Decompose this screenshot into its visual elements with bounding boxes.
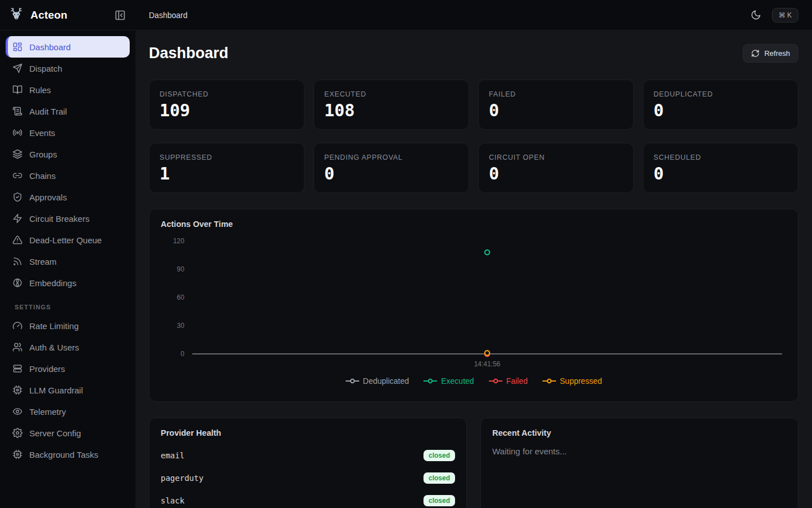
legend-marker-icon: [423, 378, 437, 384]
provider-row-slack: slack closed: [161, 489, 455, 508]
app-name: Acteon: [30, 9, 107, 21]
stat-label: EXECUTED: [324, 90, 458, 98]
sidebar-item-label: Approvals: [29, 192, 67, 202]
svg-text:0: 0: [180, 350, 184, 358]
stag-logo-icon: [8, 7, 25, 24]
provider-name: pagerduty: [161, 474, 204, 483]
sidebar-item-rules[interactable]: Rules: [6, 79, 130, 100]
svg-text:60: 60: [177, 294, 185, 301]
sidebar-item-dead-letter-queue[interactable]: Dead-Letter Queue: [6, 229, 130, 251]
shield-check-icon: [12, 192, 23, 202]
sidebar-item-label: Background Tasks: [29, 450, 98, 459]
stat-card-executed: EXECUTED 108: [314, 80, 469, 130]
sidebar-collapse-button[interactable]: [113, 8, 127, 23]
sidebar-item-dispatch[interactable]: Dispatch: [6, 58, 130, 79]
sidebar-item-background-tasks[interactable]: Background Tasks: [6, 444, 130, 465]
stat-card-suppressed: SUPPRESSED 1: [149, 143, 304, 193]
provider-rows: email closed pagerduty closed slack clos…: [161, 444, 455, 508]
provider-health-card: Provider Health email closed pagerduty c…: [149, 418, 467, 508]
recent-activity-title: Recent Activity: [492, 428, 787, 437]
svg-text:90: 90: [177, 265, 185, 273]
sidebar-item-label: Server Config: [29, 428, 81, 438]
sidebar-item-label: Events: [29, 128, 55, 138]
sidebar-item-label: Stream: [29, 257, 56, 266]
stat-label: CIRCUIT OPEN: [489, 154, 623, 161]
breadcrumb: Dashboard: [149, 11, 748, 20]
provider-name: email: [161, 451, 184, 460]
legend-label: Failed: [506, 376, 528, 386]
stat-card-scheduled: SCHEDULED 0: [643, 143, 798, 193]
gear-icon: [12, 428, 23, 438]
send-icon: [12, 63, 23, 73]
stat-label: PENDING APPROVAL: [324, 154, 458, 161]
sidebar-item-label: Providers: [29, 364, 65, 374]
settings-section-label: SETTINGS: [6, 304, 130, 310]
stat-value: 0: [489, 165, 623, 182]
refresh-button[interactable]: Refresh: [743, 44, 798, 63]
status-badge: closed: [423, 495, 455, 506]
eye-icon: [12, 406, 23, 417]
legend-marker-icon: [346, 378, 359, 384]
sidebar-item-audit-trail[interactable]: Audit Trail: [6, 100, 130, 122]
alert-triangle-icon: [12, 235, 23, 245]
provider-row-pagerduty: pagerduty closed: [161, 467, 455, 489]
stat-label: DISPATCHED: [160, 90, 294, 98]
legend-item-failed: Failed: [489, 376, 528, 386]
stat-card-pending-approval: PENDING APPROVAL 0: [314, 143, 469, 193]
theme-toggle-button[interactable]: [748, 7, 764, 23]
sidebar-item-label: LLM Guardrail: [29, 386, 83, 395]
sidebar-item-label: Audit Trail: [29, 107, 67, 116]
stat-value: 108: [324, 102, 458, 119]
sidebar-item-label: Dashboard: [29, 42, 70, 52]
legend-item-suppressed: Suppressed: [542, 376, 602, 386]
legend-item-executed: Executed: [423, 376, 474, 386]
sidebar-item-auth-users[interactable]: Auth & Users: [6, 336, 130, 358]
sidebar-item-dashboard[interactable]: Dashboard: [6, 36, 130, 58]
layers-icon: [12, 149, 23, 159]
sidebar-item-label: Rate Limiting: [29, 321, 79, 331]
topbar-actions: ⌘ K: [748, 7, 798, 23]
scroll-icon: [12, 106, 23, 116]
link-icon: [12, 170, 23, 181]
bottom-grid: Provider Health email closed pagerduty c…: [149, 418, 798, 508]
stat-value: 0: [324, 165, 458, 182]
stat-card-circuit-open: CIRCUIT OPEN 0: [478, 143, 634, 193]
stat-value: 0: [489, 102, 623, 119]
recent-activity-empty-text: Waiting for events...: [492, 446, 787, 456]
sidebar-item-providers[interactable]: Providers: [6, 358, 130, 379]
sidebar-item-label: Dispatch: [29, 64, 62, 73]
stat-value: 109: [160, 102, 294, 119]
sidebar-item-label: Telemetry: [29, 407, 66, 417]
sidebar-item-label: Auth & Users: [29, 343, 79, 352]
stat-label: FAILED: [489, 90, 623, 98]
sidebar-item-approvals[interactable]: Approvals: [6, 186, 130, 208]
dashboard-grid-icon: [12, 42, 23, 52]
main-content: Dashboard Refresh DISPATCHED 109 EXECUTE…: [135, 30, 812, 508]
status-badge: closed: [423, 450, 455, 461]
server-icon: [12, 364, 23, 374]
sidebar-item-server-config[interactable]: Server Config: [6, 422, 130, 444]
actions-over-time-card: Actions Over Time 030609012014:41:56 Ded…: [149, 209, 798, 402]
command-palette-button[interactable]: ⌘ K: [772, 8, 798, 23]
sidebar-item-llm-guardrail[interactable]: LLM Guardrail: [6, 379, 130, 401]
legend-marker-icon: [542, 378, 556, 384]
sidebar-item-events[interactable]: Events: [6, 122, 130, 143]
book-open-icon: [12, 85, 23, 95]
stat-card-dispatched: DISPATCHED 109: [149, 80, 304, 130]
sidebar-item-telemetry[interactable]: Telemetry: [6, 401, 130, 422]
stat-value: 0: [654, 165, 788, 182]
sidebar-item-chains[interactable]: Chains: [6, 165, 130, 186]
sidebar-item-embeddings[interactable]: Embeddings: [6, 272, 130, 294]
sidebar-item-stream[interactable]: Stream: [6, 251, 130, 272]
sidebar-item-label: Dead-Letter Queue: [29, 235, 102, 245]
sidebar-item-groups[interactable]: Groups: [6, 143, 130, 165]
panel-left-close-icon: [114, 10, 126, 21]
sidebar-item-rate-limiting[interactable]: Rate Limiting: [6, 315, 130, 336]
provider-row-email: email closed: [161, 444, 455, 467]
provider-name: slack: [161, 496, 184, 505]
gauge-icon: [12, 321, 23, 331]
legend-label: Suppressed: [560, 376, 602, 386]
sidebar-item-circuit-breakers[interactable]: Circuit Breakers: [6, 208, 130, 229]
stat-label: SUPPRESSED: [160, 154, 294, 161]
actions-chart-svg: 030609012014:41:56: [161, 233, 787, 375]
